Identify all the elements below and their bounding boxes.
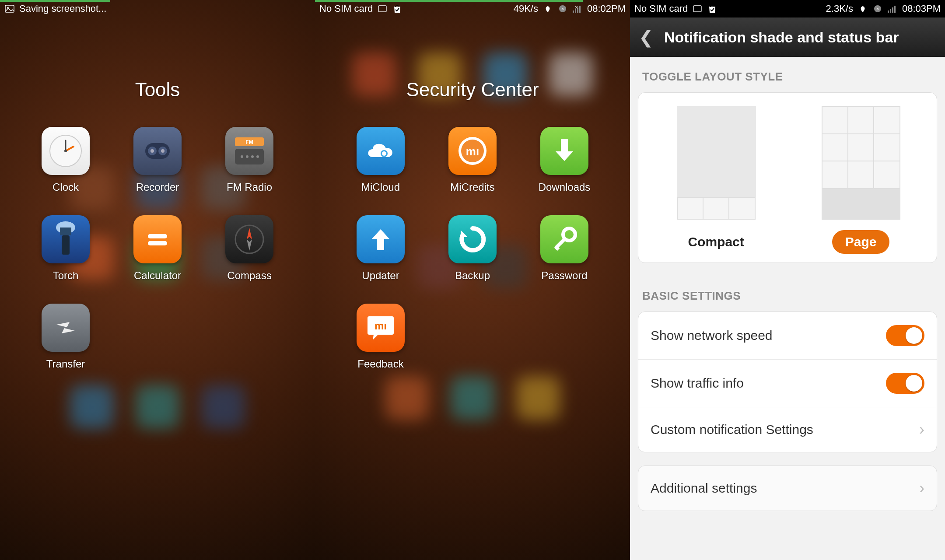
- shopping-bag-icon: [707, 4, 718, 14]
- image-icon: [692, 4, 703, 14]
- app-micloud[interactable]: MiCloud: [352, 127, 409, 193]
- transfer-icon: [42, 304, 90, 352]
- app-label: Clock: [52, 181, 79, 193]
- svg-rect-24: [378, 6, 386, 12]
- row-label: Show traffic info: [651, 376, 744, 391]
- feedback-icon: mı: [357, 304, 405, 352]
- svg-point-5: [64, 150, 67, 152]
- statusbar-speed: 49K/s: [514, 3, 538, 14]
- svg-rect-13: [235, 149, 264, 164]
- torch-icon: [42, 215, 90, 263]
- app-downloads[interactable]: Downloads: [536, 127, 593, 193]
- chevron-right-icon: ›: [919, 420, 924, 439]
- sync-icon: ×: [557, 4, 568, 14]
- clock-icon: [42, 127, 90, 175]
- svg-rect-19: [60, 228, 71, 235]
- app-micredits[interactable]: mı MiCredits: [444, 127, 501, 193]
- toggle-switch[interactable]: [886, 373, 924, 394]
- app-recorder[interactable]: Recorder: [129, 127, 186, 193]
- statusbar-sim: No SIM card: [634, 3, 688, 14]
- app-label: Feedback: [357, 358, 403, 370]
- app-torch[interactable]: Torch: [37, 215, 94, 282]
- svg-point-10: [161, 149, 164, 153]
- svg-point-9: [150, 149, 154, 153]
- row-additional-settings[interactable]: Additional settings ›: [638, 466, 937, 511]
- toggle-layout-card: Compact Page: [638, 92, 937, 263]
- compass-icon: [225, 215, 273, 263]
- app-calculator[interactable]: Calculator: [129, 215, 186, 282]
- svg-text:×: ×: [575, 5, 578, 10]
- svg-point-39: [563, 228, 575, 241]
- app-label: FM Radio: [227, 181, 272, 193]
- svg-rect-49: [894, 6, 896, 13]
- app-backup[interactable]: Backup: [444, 215, 501, 282]
- svg-point-14: [241, 155, 243, 158]
- statusbar-text: Saving screenshot...: [19, 3, 106, 14]
- svg-rect-22: [148, 241, 167, 245]
- screen-security-center-folder: No SIM card 49K/s × × 08:02PM Security C…: [315, 0, 630, 560]
- statusbar-time: 08:03PM: [902, 3, 941, 14]
- svg-rect-30: [579, 6, 581, 13]
- download-icon: [540, 127, 588, 175]
- app-feedback[interactable]: mı Feedback: [352, 304, 409, 370]
- app-fm-radio[interactable]: FM FM Radio: [221, 127, 278, 193]
- toggle-switch[interactable]: [886, 325, 924, 346]
- svg-rect-48: [892, 7, 893, 13]
- svg-point-15: [246, 155, 248, 158]
- row-show-network-speed[interactable]: Show network speed: [638, 312, 937, 360]
- status-bar: Saving screenshot...: [0, 0, 315, 18]
- app-clock[interactable]: Clock: [37, 127, 94, 193]
- app-label: Password: [541, 270, 587, 282]
- svg-point-16: [251, 155, 254, 158]
- basic-settings-card: Show network speed Show traffic info Cus…: [638, 312, 937, 452]
- svg-rect-43: [693, 6, 701, 12]
- app-label: Calculator: [134, 270, 181, 282]
- layout-option-page[interactable]: Page: [822, 106, 900, 254]
- settings-header: ❮ Notification shade and status bar: [630, 18, 945, 57]
- app-label: Recorder: [136, 181, 179, 193]
- app-transfer[interactable]: Transfer: [37, 304, 94, 370]
- row-label: Show network speed: [651, 328, 773, 343]
- back-button[interactable]: ❮: [639, 27, 654, 47]
- option-label: Page: [832, 230, 890, 254]
- row-label: Additional settings: [651, 481, 757, 496]
- statusbar-sim: No SIM card: [319, 3, 373, 14]
- signal-icon: ×: [572, 4, 583, 14]
- layout-option-compact[interactable]: Compact: [675, 106, 757, 254]
- app-label: Torch: [53, 270, 79, 282]
- svg-rect-47: [890, 9, 891, 13]
- app-label: Transfer: [46, 358, 85, 370]
- app-password[interactable]: Password: [536, 215, 593, 282]
- image-icon: [4, 4, 15, 14]
- chevron-right-icon: ›: [919, 479, 924, 497]
- wifi-icon: [542, 4, 553, 14]
- signal-icon: [887, 4, 898, 14]
- status-bar: No SIM card 49K/s × × 08:02PM: [315, 0, 630, 18]
- row-show-traffic-info[interactable]: Show traffic info: [638, 360, 937, 407]
- svg-rect-21: [148, 234, 167, 238]
- statusbar-time: 08:02PM: [587, 3, 626, 14]
- folder-container: Tools Clock Recorder FM FM Radio: [0, 0, 315, 560]
- calculator-icon: [133, 215, 182, 263]
- app-label: MiCloud: [361, 181, 400, 193]
- mi-coin-icon: mı: [448, 127, 497, 175]
- recorder-icon: [133, 127, 182, 175]
- svg-point-17: [256, 155, 259, 158]
- row-custom-notification-settings[interactable]: Custom notification Settings ›: [638, 407, 937, 452]
- fm-radio-icon: FM: [225, 127, 273, 175]
- svg-rect-0: [5, 5, 14, 12]
- folder-container: Security Center MiCloud mı MiCredits Dow…: [315, 0, 630, 560]
- app-compass[interactable]: Compass: [221, 215, 278, 282]
- app-grid: MiCloud mı MiCredits Downloads Updater: [352, 127, 593, 370]
- app-label: Downloads: [539, 181, 591, 193]
- backup-icon: [448, 215, 497, 263]
- app-updater[interactable]: Updater: [352, 215, 409, 282]
- status-bar: No SIM card 2.3K/s × 08:03PM: [630, 0, 945, 18]
- statusbar-speed: 2.3K/s: [826, 3, 853, 14]
- shopping-bag-icon: [392, 4, 402, 14]
- svg-point-33: [382, 151, 386, 156]
- app-grid: Clock Recorder FM FM Radio Torch: [37, 127, 278, 370]
- svg-text:×: ×: [876, 6, 879, 11]
- section-basic-label: BASIC SETTINGS: [630, 276, 945, 312]
- wifi-icon: [858, 4, 868, 14]
